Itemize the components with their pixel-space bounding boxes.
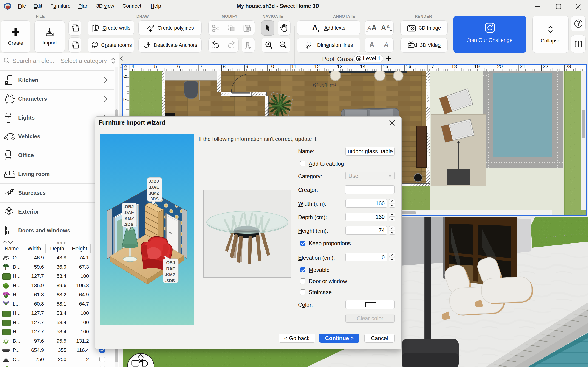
- svg-text:A: A: [372, 23, 377, 31]
- svg-text:.KMZ: .KMZ: [149, 191, 159, 195]
- svg-text:A: A: [381, 23, 386, 31]
- svg-text:.OBJ: .OBJ: [149, 179, 159, 184]
- svg-text:.OBJ: .OBJ: [124, 204, 134, 209]
- svg-text:.DAE: .DAE: [124, 210, 134, 215]
- svg-text:.3DS: .3DS: [165, 278, 175, 283]
- svg-text:A: A: [312, 24, 317, 31]
- svg-text:.KMZ: .KMZ: [123, 216, 134, 221]
- svg-text:10: 10: [307, 41, 310, 45]
- svg-text:6: 6: [122, 75, 128, 78]
- svg-text:A: A: [367, 25, 371, 31]
- svg-text:A: A: [369, 41, 375, 49]
- svg-text:.DAE: .DAE: [165, 266, 175, 271]
- svg-text:7: 7: [122, 98, 128, 101]
- svg-text:.KMZ: .KMZ: [165, 272, 175, 277]
- svg-text:A: A: [383, 41, 389, 49]
- svg-text:61.51 m²: 61.51 m²: [313, 82, 337, 89]
- svg-text:.3DS: .3DS: [149, 197, 159, 201]
- svg-text:.3DS: .3DS: [124, 222, 133, 227]
- svg-text:.DAE: .DAE: [149, 185, 159, 190]
- svg-text:A: A: [386, 24, 390, 29]
- svg-text:.OBJ: .OBJ: [165, 260, 175, 265]
